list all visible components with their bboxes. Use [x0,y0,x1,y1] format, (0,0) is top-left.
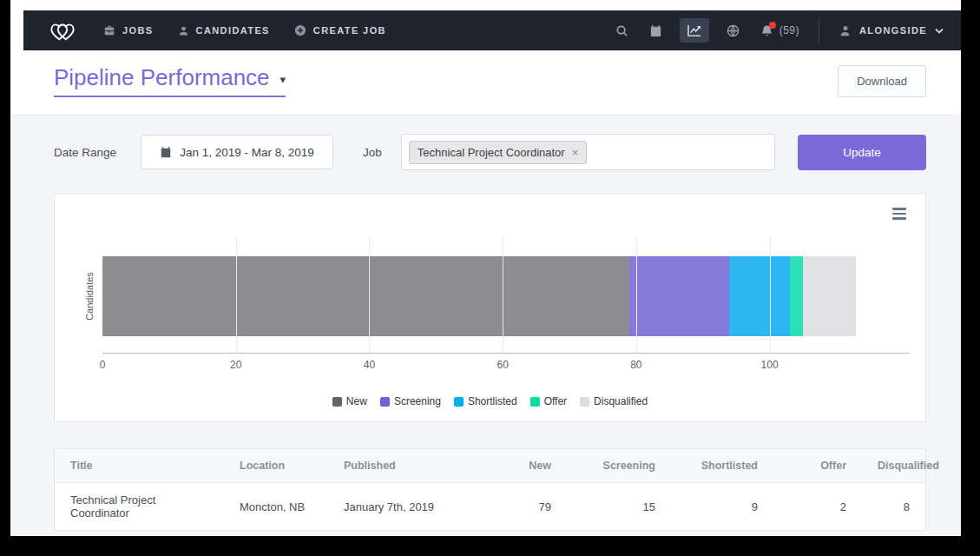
legend-swatch [332,397,342,407]
legend-swatch [530,397,540,407]
nav-item-label: CREATE JOB [313,25,386,36]
nav-item-create-job[interactable]: CREATE JOB [294,24,386,36]
gridline [369,237,370,353]
content-area: Date Range Jan 1, 2019 - Mar 8, 2019 Job… [10,116,961,536]
plot-area [102,237,910,354]
table-row: Technical Project CoordinatorMoncton, NB… [55,483,925,531]
bar-stack [102,256,910,336]
app-window: JOBS CANDIDATES CREATE JOB [10,0,961,536]
cell-screening: 15 [567,483,671,531]
job-tag: Technical Project Coordinator × [409,141,587,164]
column-header-disqualified: Disqualified [862,449,925,483]
tag-remove-icon[interactable]: × [572,147,579,158]
top-navbar: JOBS CANDIDATES CREATE JOB [23,10,961,50]
search-icon[interactable] [615,24,628,37]
nav-item-candidates[interactable]: CANDIDATES [178,25,270,36]
chevron-down-icon [935,28,944,34]
bar-segment-new[interactable] [102,256,629,336]
cell-offer: 2 [773,483,862,531]
nav-item-jobs[interactable]: JOBS [103,24,154,36]
column-header-screening: Screening [567,449,671,483]
nav-menu: JOBS CANDIDATES CREATE JOB [103,24,386,36]
cell-disqualified: 8 [862,483,925,531]
nav-item-label: JOBS [122,25,154,36]
job-multiselect-input[interactable]: Technical Project Coordinator × [401,134,775,170]
gridline [236,237,237,353]
chart-legend: NewScreeningShortlistedOfferDisqualified [55,395,925,407]
date-range-value: Jan 1, 2019 - Mar 8, 2019 [180,146,314,159]
filter-bar: Date Range Jan 1, 2019 - Mar 8, 2019 Job… [54,134,926,170]
date-range-input[interactable]: Jan 1, 2019 - Mar 8, 2019 [141,135,333,169]
gridline [770,237,771,353]
page-title: Pipeline Performance [54,64,270,91]
x-axis-ticks: 020406080100 [102,359,910,373]
x-tick-label: 0 [100,359,106,371]
chart-panel: Candidates 020406080100 NewScreeningShor… [54,193,926,422]
cell-new: 79 [471,483,567,531]
legend-swatch [454,397,464,407]
bar-segment-offer[interactable] [790,256,803,336]
column-header-published: Published [328,449,471,483]
notifications-bell[interactable] [760,24,773,37]
gridline [503,237,503,353]
date-range-label: Date Range [54,146,116,159]
calendar-icon [160,146,172,158]
x-tick-label: 20 [230,359,241,371]
nav-item-label: CANDIDATES [196,25,270,36]
chart-y-axis-label: Candidates [84,272,95,321]
account-menu[interactable]: ALONGSIDE [839,24,944,37]
notifications-count[interactable]: (59) [779,24,799,36]
legend-item-new[interactable]: New [332,395,367,407]
column-header-title: Title [55,449,224,483]
legend-item-disqualified[interactable]: Disqualified [580,395,648,407]
column-header-location: Location [224,449,328,483]
account-label: ALONGSIDE [859,25,927,36]
x-tick-label: 80 [630,359,641,371]
job-label: Job [363,146,382,159]
globe-icon[interactable] [727,24,740,37]
legend-item-shortlisted[interactable]: Shortlisted [454,395,517,407]
update-button[interactable]: Update [798,135,926,170]
user-avatar-icon [839,24,852,37]
caret-down-icon: ▾ [280,73,286,86]
column-header-offer: Offer [773,449,862,483]
legend-swatch [580,397,589,407]
cell-location: Moncton, NB [224,483,328,531]
legend-item-screening[interactable]: Screening [380,395,441,407]
legend-label: Screening [394,395,441,407]
notification-dot [769,22,776,29]
column-header-new: New [471,449,567,483]
nav-right-icons: (59) ALONGSIDE [595,18,944,43]
nav-divider [819,18,819,43]
legend-item-offer[interactable]: Offer [530,395,567,407]
column-header-shortlisted: Shortlisted [671,449,773,483]
cell-shortlisted: 9 [671,483,773,531]
results-table-panel: TitleLocationPublishedNewScreeningShortl… [54,448,926,531]
chart-export-menu-icon[interactable] [892,208,906,222]
legend-swatch [380,397,390,407]
x-tick-label: 60 [497,359,508,371]
job-tag-label: Technical Project Coordinator [418,146,565,159]
calendar-icon[interactable] [649,24,662,37]
x-tick-label: 40 [364,359,375,371]
legend-label: New [346,395,367,407]
gridline [636,237,637,353]
legend-label: Offer [544,395,567,407]
analytics-icon[interactable] [680,18,709,43]
bar-segment-disqualified[interactable] [803,256,856,336]
legend-label: Disqualified [594,395,648,407]
alongside-logo-hearts-icon[interactable] [44,17,81,44]
cell-title: Technical Project Coordinator [55,483,224,531]
page-header: Pipeline Performance ▾ Download [10,50,961,116]
download-button[interactable]: Download [838,65,926,97]
bar-segment-shortlisted[interactable] [729,256,789,336]
results-table: TitleLocationPublishedNewScreeningShortl… [55,449,925,530]
legend-label: Shortlisted [468,395,517,407]
person-icon [178,25,189,36]
x-tick-label: 100 [761,359,779,371]
report-selector[interactable]: Pipeline Performance ▾ [54,64,286,97]
bar-segment-screening[interactable] [629,256,729,336]
table-header-row: TitleLocationPublishedNewScreeningShortl… [55,449,925,483]
briefcase-icon [103,24,115,36]
cell-published: January 7th, 2019 [328,483,471,531]
